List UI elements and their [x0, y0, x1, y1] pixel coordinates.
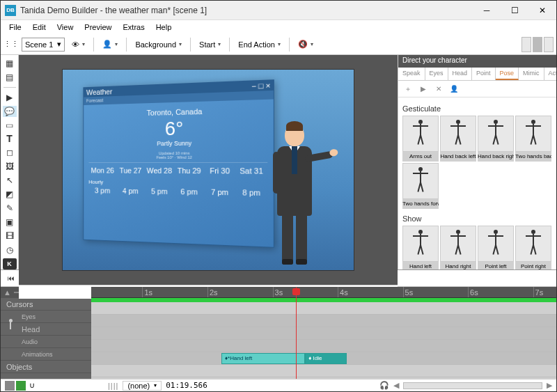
right-panel-header: Direct your character	[398, 55, 556, 68]
pose-hand-right[interactable]: Hand right	[440, 226, 476, 269]
weather-temp: 6°	[88, 116, 267, 141]
track-head[interactable]: Head	[1, 323, 91, 336]
layout-toggle[interactable]	[521, 37, 554, 52]
visibility-dropdown[interactable]: 👁▾	[68, 37, 89, 52]
menu-extras[interactable]: Extras	[117, 22, 150, 33]
track-objects[interactable]: Objects	[1, 361, 91, 373]
menu-file[interactable]: File	[3, 22, 27, 33]
pose-body: Gesticulate Arms out Hand back left Hand…	[398, 97, 556, 269]
tab-mimic[interactable]: Mimic	[519, 68, 544, 80]
hourly-label: Hourly	[88, 179, 267, 187]
text-icon[interactable]: T	[3, 133, 17, 144]
stage: Weather − □ × Forecast Toronto, Canada 6…	[62, 69, 354, 271]
image-icon[interactable]: 🖼	[3, 161, 17, 172]
menu-preview[interactable]: Preview	[79, 22, 117, 33]
mute-icon: 🔇	[298, 40, 308, 49]
status-none-field[interactable]: (none)▾	[123, 381, 162, 391]
playhead[interactable]	[296, 287, 297, 379]
timeline-track-list: ▲ ▲▲ 🔒 Cursors Eyes Head Audio Animation…	[1, 287, 91, 379]
edit-icon[interactable]: ✎	[3, 203, 17, 214]
character-mini-icon[interactable]: 👤	[448, 84, 460, 95]
maximize-button[interactable]: ☐	[501, 1, 528, 20]
pointer-icon[interactable]: ↖	[3, 175, 17, 186]
timeline-scrollbar[interactable]	[403, 382, 542, 389]
background-dropdown[interactable]: Background▾	[131, 37, 186, 52]
timeline-ruler[interactable]: 1s 2s 3s 4s 5s 6s 7s	[91, 287, 556, 298]
highlight-icon[interactable]: ◩	[3, 189, 17, 200]
menu-help[interactable]: Help	[150, 22, 178, 33]
tab-point[interactable]: Point	[472, 68, 496, 80]
track-audio[interactable]: Audio	[1, 336, 91, 348]
menu-edit[interactable]: Edit	[27, 22, 52, 33]
chevron-down-icon: ▾	[57, 40, 61, 49]
track-animations[interactable]: Animations	[1, 348, 91, 361]
scroll-right-icon[interactable]: ▶	[547, 381, 552, 390]
pose-hand-left[interactable]: Hand left	[402, 226, 439, 269]
tab-actions[interactable]: Actions	[544, 68, 557, 80]
add-pose-icon[interactable]: ＋	[402, 84, 414, 95]
minimize-button[interactable]: ─	[473, 1, 501, 20]
grid-icon[interactable]: ▦	[3, 58, 17, 69]
stage-canvas[interactable]: Weather − □ × Forecast Toronto, Canada 6…	[19, 55, 398, 285]
status-icon-2[interactable]	[16, 381, 26, 391]
start-dropdown[interactable]: Start▾	[195, 37, 225, 52]
pose-point-right[interactable]: Point right	[515, 226, 551, 269]
sound-toggle[interactable]: 🔇▾	[294, 37, 317, 52]
left-toolbar: ▦ ▤ ▶ 💬 ▭ T ◻ 🖼 ↖ ◩ ✎ ▣ 🎞 ◷ K	[1, 55, 19, 269]
weather-condition: Partly Sunny	[88, 139, 267, 148]
tab-pose[interactable]: Pose	[496, 68, 519, 80]
end-action-dropdown[interactable]: End Action▾	[234, 37, 285, 52]
thumbnails-icon[interactable]: ▤	[3, 72, 17, 83]
shape-icon[interactable]: ◻	[3, 147, 17, 158]
headphones-icon[interactable]: 🎧	[379, 381, 389, 390]
lane-cursors[interactable]	[91, 302, 556, 315]
zoom-out-icon[interactable]: ▲	[3, 288, 11, 297]
play-pose-icon[interactable]: ▶	[418, 84, 429, 95]
tab-head[interactable]: Head	[448, 68, 473, 80]
lane-animations[interactable]: ♦*Hand left ♦ Idle	[91, 352, 556, 365]
pose-two-hands-back[interactable]: Two hands back	[515, 116, 551, 162]
play-icon[interactable]: ▶	[3, 92, 17, 103]
character-track-icon	[6, 319, 15, 336]
scroll-left-icon[interactable]: ◀	[393, 381, 399, 390]
toolbar-drag-icon[interactable]: ⋮⋮	[3, 37, 19, 52]
pose-hand-back-left[interactable]: Hand back left	[440, 116, 476, 162]
main-toolbar: ⋮⋮ Scene 1 ▾ 👁▾ 👤▾ Background▾ Start▾ En…	[1, 34, 556, 55]
timeline-lanes[interactable]: 1s 2s 3s 4s 5s 6s 7s ♦*Hand left ♦ Idle	[91, 287, 556, 379]
lane-eyes[interactable]	[91, 315, 556, 327]
zone-icon[interactable]: ▣	[3, 217, 17, 228]
track-cursors[interactable]: Cursors	[1, 298, 91, 311]
weather-feels: Feels 10° · Wind 12	[88, 155, 267, 159]
status-icon-1[interactable]	[5, 381, 15, 391]
close-button[interactable]: ✕	[528, 1, 556, 20]
lane-audio[interactable]	[91, 340, 556, 352]
note-icon[interactable]: ▭	[3, 120, 17, 131]
tab-eyes[interactable]: Eyes	[425, 68, 448, 80]
delete-pose-icon[interactable]: ✕	[433, 84, 444, 95]
character[interactable]	[263, 124, 326, 263]
pose-arms-out[interactable]: Arms out	[402, 116, 439, 162]
clip-idle[interactable]: ♦ Idle	[305, 353, 347, 364]
menu-view[interactable]: View	[52, 22, 79, 33]
pose-hand-back-right[interactable]: Hand back right	[478, 116, 514, 162]
lane-head[interactable]	[91, 327, 556, 340]
pose-point-left[interactable]: Point left	[478, 226, 514, 269]
total-time: 01:19.566	[166, 381, 207, 390]
balloon-icon[interactable]: 💬	[3, 106, 17, 117]
weather-app-title: Weather	[86, 88, 112, 97]
app-icon: DB	[5, 5, 16, 16]
pose-two-hands-forw[interactable]: Two hands forw	[402, 163, 439, 209]
timeline-rewind-icon[interactable]: ⏮	[5, 272, 17, 285]
scene-selector[interactable]: Scene 1 ▾	[22, 38, 65, 52]
tab-speak[interactable]: Speak	[398, 68, 425, 80]
clock-icon[interactable]: ◷	[3, 244, 17, 256]
background-label: Background	[135, 40, 176, 49]
key-icon[interactable]: K	[3, 258, 17, 269]
magnet-icon[interactable]: ∪	[27, 381, 37, 391]
film-icon[interactable]: 🎞	[3, 230, 17, 242]
weather-window-controls: − □ ×	[251, 81, 270, 91]
character-dropdown[interactable]: 👤▾	[98, 37, 122, 52]
lane-objects[interactable]	[91, 365, 556, 377]
pose-grid-show: Hand left Hand right Point left Point ri…	[402, 226, 552, 269]
clip-hand-left[interactable]: ♦*Hand left	[221, 353, 305, 364]
